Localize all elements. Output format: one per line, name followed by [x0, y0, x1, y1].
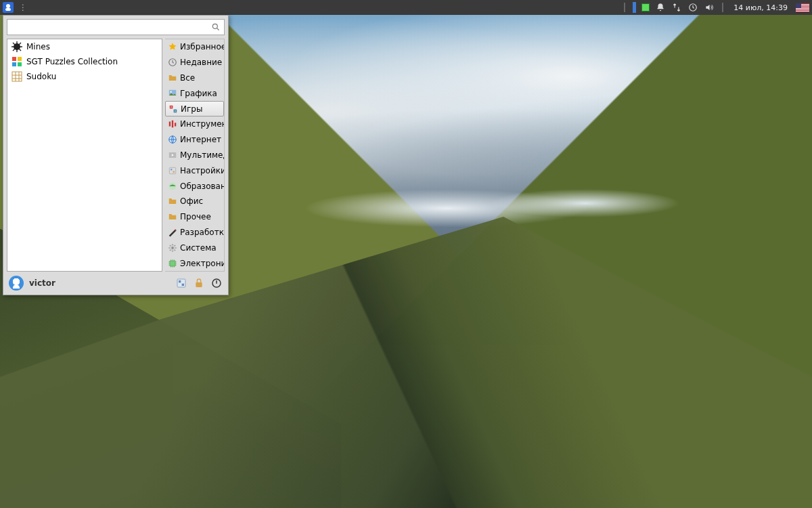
cat-internet[interactable]: Интернет — [165, 132, 224, 148]
application-menu: Mines SGT Puzzles Collection Sudoku Избр… — [3, 15, 229, 295]
notifications-icon[interactable] — [655, 2, 666, 13]
cat-label: Игры — [181, 104, 202, 114]
globe-icon — [168, 135, 177, 144]
username-label: victor — [29, 278, 55, 288]
cat-all[interactable]: Все — [165, 70, 224, 86]
svg-rect-21 — [171, 169, 172, 170]
svg-rect-30 — [196, 282, 202, 287]
puzzles-icon — [12, 56, 22, 67]
network-icon[interactable] — [671, 2, 682, 13]
svg-rect-9 — [18, 62, 22, 66]
clock[interactable]: 14 июл, 14:39 — [731, 3, 790, 12]
menu-footer: victor — [3, 272, 228, 295]
svg-rect-27 — [177, 279, 185, 287]
office-icon — [168, 196, 177, 206]
svg-rect-7 — [18, 57, 22, 61]
other-icon — [168, 212, 177, 221]
svg-point-17 — [175, 110, 176, 112]
svg-rect-29 — [182, 284, 184, 286]
lock-button[interactable] — [193, 277, 205, 289]
tray-separator — [624, 3, 625, 12]
app-label: SGT Puzzles Collection — [26, 57, 118, 66]
svg-rect-10 — [12, 72, 22, 81]
cat-label: Инструменты — [180, 119, 224, 129]
volume-icon[interactable] — [704, 2, 715, 13]
panel-right: 14 июл, 14:39 — [622, 0, 809, 15]
app-item-mines[interactable]: Mines — [7, 39, 162, 54]
dev-icon — [168, 228, 177, 237]
applications-pane: Mines SGT Puzzles Collection Sudoku — [7, 39, 162, 272]
avatar-icon — [9, 276, 24, 291]
tray-separator-2 — [722, 3, 723, 12]
panel-left: ⋮ — [3, 0, 28, 15]
updates-icon[interactable] — [687, 2, 698, 13]
cat-games[interactable]: Игры — [165, 101, 224, 117]
panel-handle-icon[interactable]: ⋮ — [18, 2, 28, 13]
tray-indicator-green[interactable] — [641, 3, 650, 12]
cat-other[interactable]: Прочее — [165, 209, 224, 225]
svg-rect-8 — [12, 62, 16, 66]
mines-icon — [12, 41, 22, 52]
cat-label: Интернет — [180, 135, 221, 144]
cat-label: Прочее — [180, 212, 211, 221]
system-icon — [168, 243, 177, 253]
svg-point-25 — [171, 247, 174, 249]
cat-label: Электроника — [180, 259, 224, 268]
tools-icon — [168, 119, 177, 129]
app-label: Mines — [26, 42, 50, 51]
cat-label: Все — [180, 73, 195, 83]
cat-label: Мультимедиа — [180, 150, 224, 160]
cat-label: Избранное — [180, 42, 224, 51]
settings-button[interactable] — [175, 277, 187, 289]
cat-label: Система — [180, 243, 217, 253]
games-icon — [168, 104, 178, 114]
folder-icon — [168, 73, 177, 83]
menu-launcher-icon[interactable] — [3, 2, 14, 13]
cat-settings[interactable]: Настройки — [165, 163, 224, 178]
user-block[interactable]: victor — [9, 276, 55, 291]
graphics-icon — [168, 89, 177, 98]
tray-indicator-blue[interactable] — [633, 2, 636, 13]
svg-point-1 — [6, 4, 10, 8]
cat-label: Графика — [180, 89, 217, 98]
cat-label: Образование — [180, 182, 224, 191]
settings-icon — [168, 166, 177, 175]
education-icon — [168, 182, 177, 191]
electronics-icon — [168, 259, 177, 268]
svg-rect-22 — [173, 171, 175, 172]
cat-label: Недавние — [180, 58, 222, 67]
svg-rect-6 — [12, 57, 16, 61]
svg-rect-2 — [5, 8, 11, 11]
svg-rect-20 — [169, 167, 175, 173]
cat-label: Настройки — [180, 166, 224, 175]
cat-label: Разработка — [180, 228, 224, 237]
svg-rect-26 — [170, 260, 175, 266]
top-panel: ⋮ 14 июл, 14:39 — [0, 0, 812, 15]
app-item-sudoku[interactable]: Sudoku — [7, 69, 162, 84]
clock-icon — [168, 58, 177, 67]
search-icon — [211, 22, 221, 32]
cat-favorites[interactable]: Избранное — [165, 39, 224, 55]
keyboard-layout-flag[interactable] — [796, 3, 809, 12]
cat-system[interactable]: Система — [165, 240, 224, 255]
cat-development[interactable]: Разработка — [165, 225, 224, 240]
star-icon — [168, 42, 177, 51]
app-item-sgt-puzzles[interactable]: SGT Puzzles Collection — [7, 54, 162, 69]
cat-label: Офис — [180, 196, 203, 206]
app-label: Sudoku — [26, 72, 56, 81]
cat-electronics[interactable]: Электроника — [165, 255, 224, 271]
cat-recent[interactable]: Недавние — [165, 55, 224, 70]
svg-point-13 — [171, 91, 172, 92]
search-input[interactable] — [7, 19, 225, 35]
categories-pane: Избранное Недавние Все Графика Игры Инст… — [165, 39, 225, 272]
svg-point-16 — [171, 106, 172, 108]
svg-point-4 — [212, 24, 217, 28]
cat-education[interactable]: Образование — [165, 178, 224, 194]
cat-graphics[interactable]: Графика — [165, 85, 224, 101]
power-button[interactable] — [210, 277, 223, 289]
cat-tools[interactable]: Инструменты — [165, 117, 224, 132]
cat-office[interactable]: Офис — [165, 194, 224, 209]
search-row — [3, 16, 228, 39]
cat-multimedia[interactable]: Мультимедиа — [165, 148, 224, 163]
media-icon — [168, 150, 177, 160]
